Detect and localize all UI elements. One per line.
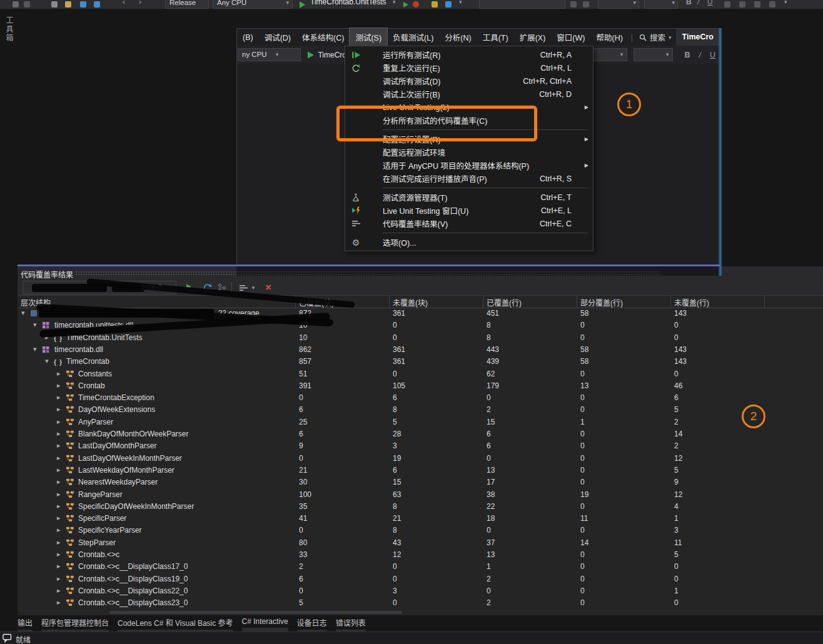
save-icon[interactable] — [80, 1, 86, 8]
underline-icon[interactable]: U — [707, 0, 713, 8]
toolbar-combo-2[interactable]: ▾ — [598, 0, 639, 9]
expand-icon[interactable]: ▸ — [57, 538, 61, 546]
bottom-tab-1[interactable]: 输出 — [18, 615, 33, 631]
collapse-icon[interactable]: ▾ — [21, 309, 25, 317]
run-icon[interactable] — [403, 2, 409, 8]
view-options-caret-icon[interactable]: ▾ — [250, 282, 256, 293]
redo-icon[interactable] — [24, 1, 30, 8]
menubar-item-8[interactable]: 扩展(X) — [514, 28, 552, 46]
expand-icon[interactable]: ▸ — [57, 526, 61, 534]
overflow-caret-icon[interactable]: ▾ — [784, 0, 787, 8]
table-row[interactable]: ▸NearestWeekdayParser30151709 — [18, 476, 823, 488]
toolbar-options-caret-icon[interactable]: ▾ — [459, 0, 462, 8]
record-icon[interactable] — [413, 1, 419, 8]
table-row[interactable]: ▸TimeCrontabException06006 — [18, 392, 823, 404]
table-row[interactable]: ▸{ }TimeCrontab.UnitTests100800 — [18, 332, 823, 344]
run-target-label[interactable]: TimeCro — [318, 51, 346, 59]
menubar-item-7[interactable]: 工具(T) — [477, 28, 514, 46]
expand-icon[interactable]: ▸ — [57, 598, 61, 606]
startup-caret-icon[interactable]: ▾ — [393, 0, 396, 8]
menu-item-9[interactable]: 配置远程测试环境 — [345, 146, 593, 159]
table-row[interactable]: ▸StepParser8043371411 — [18, 537, 823, 549]
table-row[interactable]: ▸LastDayOfMonthParser93602 — [18, 440, 823, 452]
column-header-uncovered-lines[interactable]: 未覆盖(行) — [674, 297, 709, 308]
menu-item-15[interactable]: 代码覆盖率结果(V)Ctrl+E, C — [345, 217, 593, 230]
expand-icon[interactable]: ▸ — [57, 562, 61, 570]
table-row[interactable]: ▸Crontab.<>c33121305 — [18, 549, 823, 561]
list-icon[interactable] — [754, 1, 760, 8]
find-in-files-icon[interactable] — [432, 1, 438, 8]
expand-icon[interactable]: ▸ — [57, 466, 61, 474]
expand-icon[interactable]: ▸ — [57, 370, 61, 378]
save-all-icon[interactable] — [94, 1, 100, 8]
table-row[interactable]: ▸Crontab3911051791346 — [18, 380, 823, 392]
bold-icon[interactable]: B — [686, 0, 692, 8]
home-icon[interactable] — [445, 1, 452, 8]
table-row[interactable]: ▾timecrontab.dll86236144358143 — [18, 344, 823, 356]
menubar-item-10[interactable]: 帮助(H) — [590, 28, 628, 46]
table-row[interactable]: ▸RangeParser10063381912 — [18, 489, 823, 501]
platform-combo[interactable]: ny CPU▾ — [238, 48, 301, 61]
table-row[interactable]: ▸LastDayOfWeekInMonthParser0190012 — [18, 453, 823, 465]
italic-icon[interactable]: / — [697, 0, 699, 8]
expand-icon[interactable]: ▸ — [57, 381, 61, 390]
window-combo-2[interactable]: ▾ — [634, 48, 673, 61]
table-row[interactable]: ▸SpecificDayOfWeekInMonthParser3582204 — [18, 501, 823, 513]
menubar-item-1[interactable]: (B) — [237, 30, 259, 45]
expand-icon[interactable]: ▸ — [57, 441, 61, 450]
bottom-tab-5[interactable]: 设备日志 — [297, 615, 327, 631]
menu-item-10[interactable]: 适用于 AnyCPU 项目的处理器体系结构(P)▶ — [345, 159, 593, 172]
toolbar-combo-1[interactable] — [479, 0, 565, 9]
bottom-tab-6[interactable]: 错误列表 — [336, 615, 366, 631]
menu-item-13[interactable]: 测试资源管理器(T)Ctrl+E, T — [345, 191, 593, 204]
new-file-icon[interactable] — [51, 1, 58, 8]
menubar-item-4[interactable]: 测试(S) — [350, 28, 387, 46]
table-row[interactable]: ▸LastWeekdayOfMonthParser2161305 — [18, 465, 823, 476]
start-debug-icon[interactable] — [299, 1, 306, 8]
table-row[interactable]: ▸Crontab.<>c__DisplayClass23_050200 — [18, 597, 823, 609]
run-test-icon[interactable] — [307, 51, 315, 59]
collapse-icon[interactable]: ▾ — [33, 345, 37, 353]
window-combo-1[interactable]: ▾ — [590, 48, 627, 61]
menu-item-3[interactable]: 调试所有测试(D)Ctrl+R, Ctrl+A — [345, 74, 593, 88]
table-row[interactable]: ▾{ }TimeCrontab85736143958143 — [18, 356, 823, 368]
doc-save-icon[interactable] — [583, 1, 589, 8]
menu-item-2[interactable]: 重复上次运行(E)Ctrl+R, L — [345, 61, 593, 74]
table-row[interactable]: ▸SpecificParser412118111 — [18, 513, 823, 525]
collapse-icon[interactable]: ▾ — [33, 321, 37, 329]
table-row[interactable]: ▸Crontab.<>c__DisplayClass17_020100 — [18, 561, 823, 573]
expand-icon[interactable]: ▸ — [57, 430, 61, 438]
table-row[interactable]: ▸DayOfWeekExtensions68205 — [18, 404, 823, 416]
table-row[interactable]: ▸Crontab.<>c__DisplayClass22_003001 — [18, 585, 823, 597]
expand-icon[interactable]: ▸ — [57, 490, 61, 498]
expand-icon[interactable]: ▸ — [57, 502, 61, 510]
underline-button[interactable]: U — [710, 51, 715, 59]
column-header-covered-lines[interactable]: 已覆盖(行) — [487, 297, 522, 308]
text-color-icon[interactable] — [724, 1, 730, 8]
menu-item-11[interactable]: 在测试完成运行时播放声音(P)Ctrl+R, S — [345, 172, 593, 185]
toolbar-combo-3[interactable]: ▾ — [644, 0, 678, 9]
doc-outline-icon[interactable] — [570, 1, 577, 8]
horizontal-scrollbar-thumb[interactable] — [109, 611, 402, 614]
link-icon[interactable] — [769, 1, 775, 8]
expand-icon[interactable]: ▸ — [57, 514, 61, 522]
column-header-partially-covered-lines[interactable]: 部分覆盖(行) — [580, 297, 623, 308]
configuration-dropdown[interactable]: Release — [165, 0, 209, 9]
collapse-icon[interactable]: ▾ — [45, 357, 49, 365]
startup-project-label[interactable]: TimeCrontab.UnitTests — [310, 0, 386, 8]
expand-icon[interactable]: ▸ — [57, 393, 61, 401]
table-row[interactable]: ▸Constants5106200 — [18, 368, 823, 380]
expand-icon[interactable]: ▸ — [57, 405, 61, 413]
menubar-item-5[interactable]: 负载测试(L) — [387, 28, 439, 46]
table-row[interactable]: ▸BlankDayOfMonthOrWeekParser6286014 — [18, 428, 823, 440]
bottom-tab-4[interactable]: C# Interactive — [242, 615, 288, 631]
table-row[interactable]: ▸AnyParser2551512 — [18, 416, 823, 428]
column-header-uncovered-blocks[interactable]: 未覆盖(块) — [393, 297, 428, 308]
highlight-icon[interactable] — [739, 1, 745, 8]
menu-item-17[interactable]: ⚙选项(O)... — [345, 236, 593, 249]
navigate-forward-icon[interactable]: › — [139, 0, 141, 8]
expand-icon[interactable]: ▸ — [57, 418, 61, 426]
menu-item-14[interactable]: Live Unit Testing 窗口(U)Ctrl+E, L — [345, 204, 593, 217]
search-control[interactable]: 搜索 ▾ — [639, 31, 672, 43]
toolbox-side-tab[interactable]: 工具箱 — [4, 16, 14, 43]
